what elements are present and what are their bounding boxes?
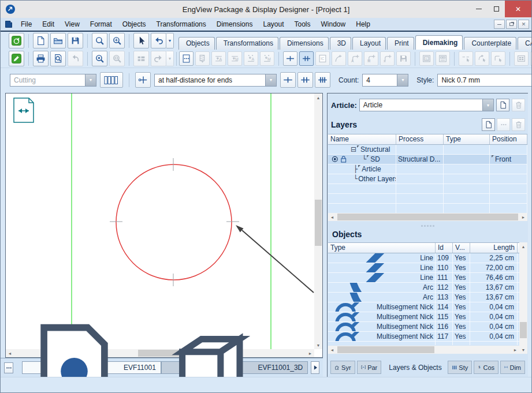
drawing-canvas[interactable]: ▲ ▼ ◄ ► bbox=[5, 93, 323, 358]
scroll-up-icon[interactable]: ▲ bbox=[519, 242, 527, 250]
object-row-113[interactable]: Arc113Yes13,67 cm bbox=[328, 293, 527, 302]
new-layer-button[interactable] bbox=[482, 118, 495, 131]
menu-layout[interactable]: Layout bbox=[258, 18, 289, 31]
die-circle[interactable] bbox=[116, 164, 232, 280]
layer-row-other-layers[interactable]: └Other Layers bbox=[328, 174, 527, 184]
object-row-115[interactable]: Multisegment Nick115Yes0,04 cm bbox=[328, 312, 527, 322]
panel-strips-button[interactable] bbox=[100, 72, 123, 88]
panel-tab-syr[interactable]: Syr bbox=[330, 361, 355, 374]
objects-hscrollbar[interactable]: ◄ ► bbox=[328, 346, 519, 354]
layer-row-structural[interactable]: ⊟Structural bbox=[328, 145, 527, 155]
objects-vscrollbar[interactable]: ▲ ▼ bbox=[519, 242, 527, 354]
ribbon-tab-cam[interactable]: CAM bbox=[518, 37, 532, 50]
undo-button[interactable] bbox=[151, 33, 166, 48]
doc-tab-evf11001[interactable]: EVF11001 bbox=[22, 361, 161, 374]
object-row-109[interactable]: Line109Yes2,25 cm bbox=[328, 253, 527, 263]
objects-column-length[interactable]: Length bbox=[470, 243, 518, 253]
more-tabs-button[interactable] bbox=[4, 362, 13, 373]
count-select[interactable]: 4 ▼ bbox=[362, 74, 408, 87]
panel-tab-par[interactable]: Par bbox=[357, 361, 382, 374]
layers-hscrollbar[interactable]: ◄ ► bbox=[328, 213, 527, 221]
menu-transformations[interactable]: Transformations bbox=[151, 18, 211, 31]
scroll-right-icon[interactable]: ► bbox=[306, 349, 314, 357]
ribbon-tab-print[interactable]: Print bbox=[387, 37, 414, 50]
maximize-button[interactable] bbox=[488, 1, 505, 17]
zoom-button[interactable] bbox=[92, 33, 107, 48]
ribbon-tab-diemaking[interactable]: Diemaking bbox=[415, 35, 463, 50]
chevron-down-icon[interactable]: ▼ bbox=[85, 74, 96, 86]
layers-column-process[interactable]: Process bbox=[396, 134, 444, 144]
object-row-111[interactable]: Line111Yes76,46 cm bbox=[328, 273, 527, 283]
object-row-114[interactable]: Multisegment Nick114Yes0,04 cm bbox=[328, 302, 527, 312]
ribbon-tab-objects[interactable]: Objects bbox=[178, 37, 215, 50]
hscroll-thumb[interactable] bbox=[337, 214, 518, 220]
doc-tab-evf11001-3d[interactable]: EVF11001_3D bbox=[161, 361, 308, 374]
objects-column-v[interactable]: V... bbox=[453, 243, 470, 253]
tree-glyph[interactable]: └ bbox=[347, 175, 358, 183]
zoom-selection-button[interactable] bbox=[92, 51, 107, 66]
chevron-down-icon[interactable]: ▼ bbox=[166, 33, 174, 48]
minimize-button[interactable] bbox=[470, 1, 488, 17]
ribbon-tab-layout[interactable]: Layout bbox=[352, 37, 386, 50]
ribbon-tab-3d[interactable]: 3D bbox=[330, 37, 351, 50]
article-select[interactable]: Article ▼ bbox=[359, 99, 494, 111]
canvas-vscrollbar[interactable]: ▲ ▼ bbox=[314, 93, 322, 349]
nick-single-button[interactable] bbox=[283, 51, 297, 66]
object-row-112[interactable]: Arc112Yes13,67 cm bbox=[328, 283, 527, 293]
open-folder-button[interactable] bbox=[50, 33, 66, 48]
ribbon-tab-transformations[interactable]: Transformations bbox=[216, 37, 278, 50]
menu-tools[interactable]: Tools bbox=[289, 18, 316, 31]
mdi-minimize-button[interactable] bbox=[494, 20, 505, 29]
close-button[interactable]: ✕ bbox=[505, 1, 531, 17]
menu-file[interactable]: File bbox=[16, 18, 37, 31]
nick-position-button[interactable] bbox=[135, 72, 151, 88]
mdi-close-button[interactable]: ✕ bbox=[518, 20, 529, 29]
nick-double-button[interactable] bbox=[297, 72, 313, 88]
layer-row-article[interactable]: ├Article bbox=[328, 164, 527, 174]
scroll-right-icon[interactable]: ► bbox=[511, 346, 519, 354]
chevron-down-icon[interactable]: ▼ bbox=[265, 74, 276, 86]
vscroll-thumb[interactable] bbox=[520, 322, 527, 338]
objects-column-id[interactable]: Id bbox=[436, 243, 453, 253]
engview-run-button[interactable] bbox=[9, 33, 24, 48]
menu-dimensions[interactable]: Dimensions bbox=[211, 18, 258, 31]
panel-tab-cos[interactable]: $Cos bbox=[474, 361, 498, 374]
scroll-left-icon[interactable]: ◄ bbox=[6, 349, 14, 357]
panel-splitter[interactable] bbox=[328, 223, 528, 228]
object-row-117[interactable]: Multisegment Nick117Yes0,04 cm bbox=[328, 332, 527, 342]
print-button[interactable] bbox=[33, 51, 49, 66]
layers-column-name[interactable]: Name bbox=[328, 134, 396, 144]
panel-tab-layers-objects[interactable]: Layers & Objects bbox=[383, 361, 445, 374]
select-cursor-button[interactable] bbox=[133, 33, 149, 48]
zoom-extents-button[interactable] bbox=[109, 33, 125, 48]
scroll-tabs-right-button[interactable] bbox=[311, 361, 319, 374]
nick-triple-button[interactable] bbox=[315, 72, 330, 88]
chevron-down-icon[interactable]: ▼ bbox=[397, 74, 408, 86]
layers-column-type[interactable]: Type bbox=[444, 134, 490, 144]
scroll-up-icon[interactable]: ▲ bbox=[314, 93, 322, 102]
menu-edit[interactable]: Edit bbox=[37, 18, 59, 31]
layers-column-position[interactable]: Position bbox=[490, 134, 527, 144]
scroll-right-icon[interactable]: ► bbox=[519, 213, 527, 221]
menu-format[interactable]: Format bbox=[85, 18, 117, 31]
scroll-left-icon[interactable]: ◄ bbox=[328, 346, 336, 354]
tree-glyph[interactable]: └ bbox=[347, 155, 366, 163]
menu-help[interactable]: Help bbox=[351, 18, 375, 31]
cutting-select[interactable]: Cutting ▼ bbox=[10, 74, 96, 87]
tree-glyph[interactable]: ⊟ bbox=[347, 145, 356, 154]
nick-double-button[interactable] bbox=[299, 51, 314, 66]
tree-glyph[interactable]: ├ bbox=[347, 165, 358, 173]
nick-placement-select[interactable]: at half-distance for ends ▼ bbox=[154, 74, 277, 87]
menu-objects[interactable]: Objects bbox=[117, 18, 151, 31]
chevron-down-icon[interactable]: ▼ bbox=[482, 99, 493, 111]
edit-green-button[interactable] bbox=[9, 51, 24, 66]
style-select[interactable]: Nick 0.7 mm ▼ bbox=[437, 74, 532, 87]
panel-tab-sty[interactable]: Sty bbox=[448, 361, 473, 374]
nick-single-button[interactable] bbox=[280, 72, 296, 88]
bridges-doc-button[interactable] bbox=[179, 51, 194, 66]
vscroll-thumb[interactable] bbox=[315, 200, 322, 246]
scroll-left-icon[interactable]: ◄ bbox=[328, 213, 336, 221]
panel-tab-dim[interactable]: Dim bbox=[500, 361, 525, 374]
object-row-116[interactable]: Multisegment Nick116Yes0,04 cm bbox=[328, 322, 527, 332]
save-button[interactable] bbox=[68, 33, 83, 48]
